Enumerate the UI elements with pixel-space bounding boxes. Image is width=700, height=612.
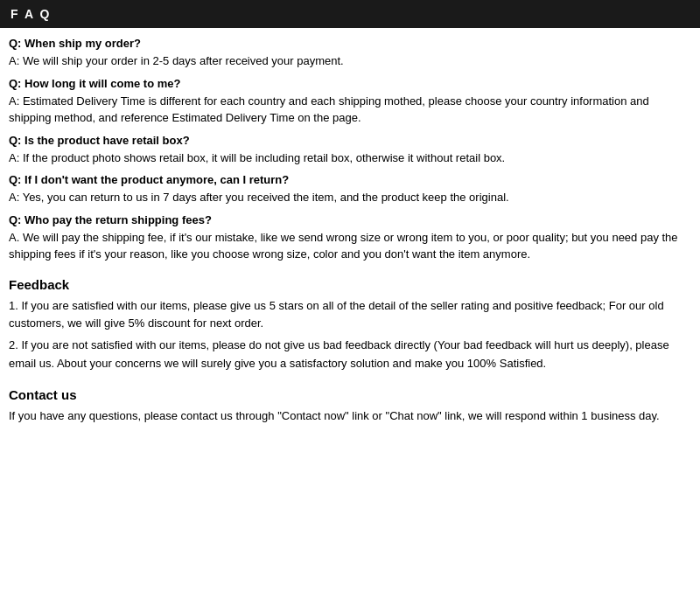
faq-question-1: Q: When ship my order?	[9, 37, 691, 50]
faq-answer-4: A: Yes, you can return to us in 7 days a…	[9, 189, 691, 206]
feedback-point-2: 2. If you are not satisfied with our ite…	[9, 337, 691, 373]
feedback-point-1: 1. If you are satisfied with our items, …	[9, 297, 691, 334]
feedback-section: Feedback 1. If you are satisfied with ou…	[9, 277, 691, 373]
feedback-title: Feedback	[9, 277, 691, 292]
faq-question-2: Q: How long it will come to me?	[9, 77, 691, 90]
faq-question-4: Q: If I don't want the product anymore, …	[9, 173, 691, 186]
faq-answer-5: A. We will pay the shipping fee, if it's…	[9, 229, 691, 263]
contact-section: Contact us If you have any questions, pl…	[9, 387, 691, 426]
faq-question-5: Q: Who pay the return shipping fees?	[9, 213, 691, 226]
faq-answer-3: A: If the product photo shows retail box…	[9, 150, 691, 167]
faq-item-1: Q: When ship my order? A: We will ship y…	[9, 37, 691, 70]
faq-item-3: Q: Is the product have retail box? A: If…	[9, 134, 691, 167]
faq-item-2: Q: How long it will come to me? A: Estim…	[9, 77, 691, 127]
faq-item-4: Q: If I don't want the product anymore, …	[9, 173, 691, 206]
faq-section: Q: When ship my order? A: We will ship y…	[0, 37, 700, 425]
faq-answer-2: A: Estimated Delivery Time is different …	[9, 93, 691, 127]
faq-header: F A Q	[0, 0, 700, 28]
feedback-content: 1. If you are satisfied with our items, …	[9, 297, 691, 373]
page-container: F A Q Q: When ship my order? A: We will …	[0, 0, 700, 425]
faq-answer-1: A: We will ship your order in 2-5 days a…	[9, 52, 691, 70]
faq-item-5: Q: Who pay the return shipping fees? A. …	[9, 213, 691, 263]
faq-header-title: F A Q	[10, 7, 51, 21]
contact-text: If you have any questions, please contac…	[9, 407, 691, 426]
contact-title: Contact us	[9, 387, 691, 402]
faq-question-3: Q: Is the product have retail box?	[9, 134, 691, 147]
contact-content: If you have any questions, please contac…	[9, 407, 691, 426]
